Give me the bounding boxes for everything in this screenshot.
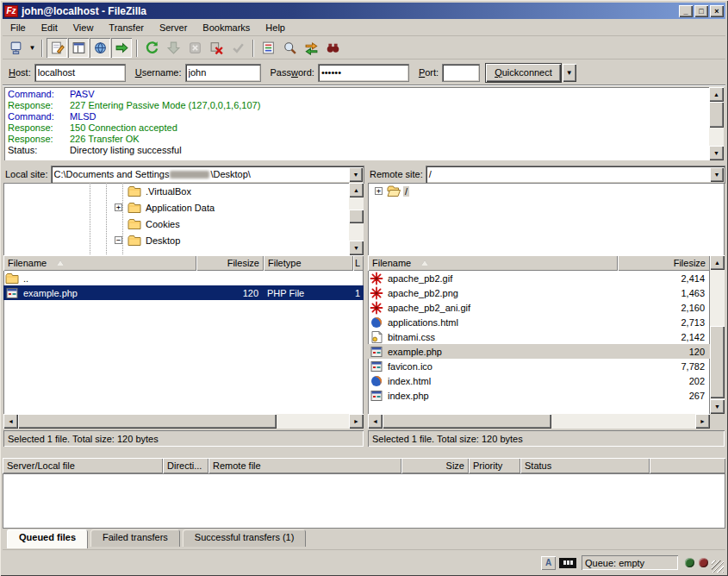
maximize-button[interactable]: □ [694, 5, 708, 17]
remote-vscroll-thumb[interactable] [710, 326, 725, 398]
log-scroll-down-button[interactable]: ▼ [709, 146, 724, 160]
remote-file-row[interactable]: index.php 267 [368, 388, 710, 403]
toggle-transfer-queue-button[interactable] [111, 38, 132, 58]
menu-transfer[interactable]: Transfer [101, 21, 152, 34]
local-scroll-right-button[interactable]: ► [349, 414, 364, 429]
collapse-minus-icon[interactable]: − [115, 236, 122, 244]
queue-column-remote-file[interactable]: Remote file [208, 458, 401, 473]
toggle-message-log-button[interactable] [47, 38, 67, 58]
local-file-row-updir[interactable]: .. [3, 271, 364, 285]
encryption-indicator-icon[interactable] [559, 558, 576, 568]
minimize-button[interactable]: _ [679, 5, 693, 17]
remote-file-row[interactable]: favicon.ico 7,782 [368, 359, 710, 373]
local-directory-tree[interactable]: .VirtualBox + Application Data Cookies −… [3, 183, 364, 255]
remote-file-row[interactable]: apache_pb2_ani.gif 2,160 [368, 300, 710, 315]
remote-column-filesize[interactable]: Filesize [618, 255, 710, 271]
tree-item-cookies[interactable]: Cookies [3, 216, 364, 232]
remote-directory-tree[interactable]: + / [368, 183, 725, 255]
local-site-dropdown[interactable]: ▼ [349, 167, 363, 182]
tree-item-desktop[interactable]: − Desktop [3, 232, 364, 248]
queue-column-status[interactable]: Status [520, 458, 650, 473]
remote-horizontal-scrollbar[interactable]: ◄ ► [368, 414, 710, 429]
quickconnect-button[interactable]: Quickconnect [486, 64, 561, 82]
tree-item-virtualbox[interactable]: .VirtualBox [3, 183, 364, 199]
php-file-icon [5, 286, 19, 300]
menu-server[interactable]: Server [152, 21, 195, 34]
queue-column-server-local-file[interactable]: Server/Local file [3, 458, 163, 473]
remote-site-combobox[interactable]: / ▼ [426, 166, 725, 183]
toggle-local-tree-button[interactable] [68, 38, 89, 58]
toolbar-separator [252, 40, 254, 57]
expand-plus-icon[interactable]: + [115, 203, 122, 211]
menu-file[interactable]: File [3, 21, 34, 34]
menu-bookmarks[interactable]: Bookmarks [195, 21, 258, 34]
local-site-label: Local site: [5, 169, 48, 179]
remote-scroll-down-button[interactable]: ▼ [710, 399, 725, 414]
local-file-row-example-php[interactable]: example.php 120 PHP File 1 [3, 285, 364, 300]
toggle-remote-tree-button[interactable] [90, 38, 110, 58]
remote-file-row[interactable]: index.html 202 [368, 373, 710, 388]
remote-scroll-left-button[interactable]: ◄ [368, 414, 383, 429]
remote-column-filename[interactable]: Filename [368, 255, 618, 271]
local-tree-scroll-up-button[interactable]: ▲ [349, 183, 364, 197]
tab-successful-transfers[interactable]: Successful transfers (1) [183, 529, 307, 547]
tab-queued-files[interactable]: Queued files [7, 529, 88, 548]
remote-file-row[interactable]: applications.html 2,713 [368, 315, 710, 329]
refresh-button[interactable] [141, 38, 162, 58]
queue-column-direction[interactable]: Directi... [163, 458, 208, 473]
disconnect-button[interactable] [206, 38, 227, 58]
remote-file-row[interactable]: bitnami.css 2,142 [368, 329, 710, 344]
cancel-operation-button[interactable] [184, 38, 205, 58]
remote-file-row[interactable]: apache_pb2.png 1,463 [368, 285, 710, 300]
remote-scroll-right-button[interactable]: ► [695, 414, 710, 429]
process-queue-button[interactable] [163, 38, 184, 58]
queue-column-size[interactable]: Size [401, 458, 469, 473]
local-tree-scroll-down-button[interactable]: ▼ [349, 241, 364, 255]
local-hscroll-thumb[interactable] [18, 414, 277, 429]
synchronized-browsing-button[interactable] [301, 38, 321, 58]
local-site-combobox[interactable]: C:\Documents and Settings\Desktop\ ▼ [52, 166, 364, 183]
remote-site-dropdown[interactable]: ▼ [710, 167, 724, 182]
local-column-filename[interactable]: Filename [3, 255, 196, 271]
site-manager-dropdown[interactable]: ▼ [27, 38, 38, 58]
remote-file-row[interactable]: apache_pb2.gif 2,414 [368, 271, 710, 285]
queue-column-priority[interactable]: Priority [469, 458, 520, 473]
ascii-datatype-indicator-icon[interactable]: A [541, 556, 556, 570]
username-input[interactable] [186, 65, 260, 81]
queue-header: Server/Local file Directi... Remote file… [3, 458, 725, 473]
host-input[interactable] [35, 65, 125, 81]
expand-plus-icon[interactable]: + [375, 187, 383, 195]
quickconnect-dropdown[interactable]: ▼ [563, 64, 576, 82]
local-column-filetype[interactable]: Filetype [264, 255, 353, 271]
log-scroll-up-button[interactable]: ▲ [709, 87, 724, 102]
local-column-lastmodified[interactable]: L [353, 255, 364, 271]
close-button[interactable]: × [710, 5, 724, 17]
queue-list[interactable] [3, 473, 725, 529]
filter-button[interactable] [258, 38, 278, 58]
site-manager-button[interactable] [5, 38, 26, 58]
title-bar[interactable]: Fz john@localhost - FileZilla _ □ × [3, 3, 725, 19]
directory-comparison-button[interactable] [279, 38, 300, 58]
username-label: Username: [135, 67, 182, 78]
menu-help[interactable]: Help [258, 21, 293, 34]
local-tree-scrollbar-thumb[interactable] [349, 210, 364, 223]
log-scrollbar-thumb[interactable] [709, 102, 724, 128]
local-scroll-left-button[interactable]: ◄ [3, 414, 18, 429]
tab-failed-transfers[interactable]: Failed transfers [90, 529, 180, 547]
local-horizontal-scrollbar[interactable]: ◄ ► [3, 414, 364, 429]
password-input[interactable] [319, 65, 408, 81]
tree-item-root[interactable]: + / [368, 183, 725, 199]
remote-hscroll-thumb[interactable] [383, 414, 551, 429]
remote-file-list[interactable]: apache_pb2.gif 2,414 apache_pb2.png 1,46… [368, 271, 710, 414]
menu-edit[interactable]: Edit [34, 21, 65, 34]
local-column-filesize[interactable]: Filesize [196, 255, 264, 271]
remote-scroll-up-button[interactable]: ▲ [710, 255, 725, 270]
tree-item-application-data[interactable]: + Application Data [3, 199, 364, 216]
local-file-list[interactable]: .. example.php 120 PHP File 1 [3, 271, 364, 414]
reconnect-button[interactable] [227, 38, 248, 58]
remote-file-row-selected[interactable]: example.php 120 [368, 344, 710, 359]
menu-view[interactable]: View [65, 21, 102, 34]
resize-grip[interactable] [712, 560, 724, 573]
find-files-button[interactable] [322, 38, 343, 58]
port-input[interactable] [443, 65, 479, 81]
